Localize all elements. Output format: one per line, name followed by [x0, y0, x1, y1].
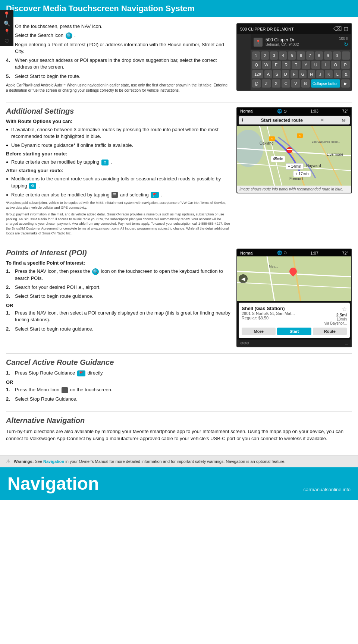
route-banner-label: Start selected route: [261, 118, 303, 123]
key-q[interactable]: Q: [252, 61, 261, 69]
stop-route-icon: 🚩: [77, 370, 85, 376]
key-9[interactable]: 9: [324, 51, 332, 60]
warning-label-text: Warnings: See Navigation in your Owner's…: [14, 459, 286, 464]
divider-1: [6, 102, 352, 102]
key-x[interactable]: X: [272, 79, 280, 88]
additional-heading: Additional Settings: [6, 107, 230, 116]
bullet-item-1: If available, choose between 3 alternati…: [6, 126, 230, 140]
key-u[interactable]: U: [311, 61, 320, 69]
poi-step-2-1: 1. Press the NAV icon, then select a POI…: [6, 310, 230, 323]
legal-text-2: Group payment information in the mail, a…: [6, 212, 230, 236]
navigation-link[interactable]: Navigation: [43, 459, 64, 464]
cancel-text: Cancel Active Route Guidance 1. Press St…: [6, 358, 230, 405]
divider-3: [6, 353, 352, 354]
key-dash[interactable]: -: [342, 51, 350, 60]
poi-more-button[interactable]: More: [242, 328, 276, 335]
section-poi: Points of Interest (POI) To find a speci…: [6, 249, 352, 347]
poi-card-right: ☆ 2.5mi 10min via Bayshor...: [324, 306, 347, 325]
key-h[interactable]: H: [308, 70, 315, 78]
key-o[interactable]: O: [331, 61, 340, 69]
key-2[interactable]: 2: [261, 51, 269, 60]
poi-menu-icon[interactable]: ☰: [345, 341, 348, 345]
cancel-step-2-2: 2. Select Stop Route Guidance.: [6, 396, 230, 402]
menu-icon: ☰: [112, 192, 118, 198]
poi-temp: 72°: [342, 251, 348, 255]
map-status: Normal: [240, 109, 253, 113]
or-separator-1: OR: [6, 303, 230, 308]
key-l[interactable]: L: [334, 70, 341, 78]
svg-text:Livermore: Livermore: [327, 152, 343, 157]
suggestion-area: 📍 500 Clipper Dr Belmont, CA, 94002 100 …: [251, 34, 351, 90]
key-6[interactable]: 6: [297, 51, 305, 60]
divider-2: [6, 244, 352, 244]
key-3[interactable]: 3: [270, 51, 278, 60]
key-r[interactable]: R: [282, 61, 291, 69]
basic-nav-steps: 1. On the touchscreen, press the NAV ico…: [6, 23, 230, 80]
key-g[interactable]: G: [299, 70, 307, 78]
time-badge-2: + 14min: [286, 163, 304, 170]
key-0[interactable]: 0: [333, 51, 341, 60]
after-route-heading: After starting your route:: [6, 168, 230, 173]
key-d[interactable]: D: [282, 70, 289, 78]
poi-search-icon: [92, 268, 99, 275]
kb-row-asdf: 12# A S D F G H J K L &: [252, 70, 350, 78]
poi-bottom-bar: ⊙⊙⊙ ☰: [237, 340, 351, 347]
map-caption: Image shows route info panel with recomm…: [237, 186, 351, 193]
cancel-steps-1: 1. Press Stop Route Guidance 🚩 directly.: [6, 370, 230, 376]
key-k[interactable]: K: [325, 70, 332, 78]
map-screenshot: Normal 🌐 ⊙ 1:03 72° ℹ Start selected rou…: [236, 107, 352, 238]
key-8[interactable]: 8: [315, 51, 323, 60]
key-1[interactable]: 1: [252, 51, 260, 60]
poi-star-icon[interactable]: ☆: [342, 306, 347, 313]
route-select-icon: 🚩: [151, 192, 159, 198]
kb-row-numbers: 1 2 3 4 5 6 7 8 9 0 -: [252, 51, 350, 60]
poi-route-button[interactable]: Route: [313, 328, 347, 335]
key-w[interactable]: W: [262, 61, 271, 69]
poi-text: Points of Interest (POI) To find a speci…: [6, 249, 230, 347]
key-7[interactable]: 7: [306, 51, 314, 60]
step-3: 3. Begin entering a Point of Interest (P…: [6, 41, 230, 55]
key-4[interactable]: 4: [279, 51, 287, 60]
route-options-subheading: With Route Options you can:: [6, 119, 230, 124]
key-c[interactable]: C: [282, 79, 290, 88]
key-12hash[interactable]: 12#: [252, 70, 263, 78]
key-s[interactable]: S: [273, 70, 280, 78]
route-banner-close[interactable]: ✕: [321, 118, 324, 123]
key-v[interactable]: V: [291, 79, 300, 88]
collapse-button[interactable]: Collapse button: [311, 79, 340, 88]
key-at[interactable]: @: [252, 79, 261, 88]
key-e[interactable]: E: [272, 61, 281, 69]
key-b[interactable]: B: [301, 79, 310, 88]
poi-step-2-2: 2. Select Start to begin route guidance.: [6, 326, 230, 332]
poi-steps-2: 1. Press the NAV icon, then select a POI…: [6, 310, 230, 332]
additional-text: Additional Settings With Route Options y…: [6, 107, 230, 238]
key-arrow[interactable]: ▶: [341, 79, 350, 88]
key-j[interactable]: J: [316, 70, 324, 78]
poi-heading: Points of Interest (POI): [6, 249, 230, 257]
avoid-icon: ⚙: [29, 183, 36, 189]
key-f[interactable]: F: [291, 70, 298, 78]
alternative-body: Turn-by-turn directions are also availab…: [6, 428, 352, 442]
suggestion-dist: 100 ft: [339, 37, 348, 41]
key-p[interactable]: P: [341, 61, 350, 69]
key-t[interactable]: T: [292, 61, 301, 69]
section-basic-nav: 1. On the touchscreen, press the NAV ico…: [6, 23, 352, 96]
key-amp[interactable]: &: [342, 70, 350, 78]
key-a[interactable]: A: [264, 70, 272, 78]
step-4: 4. When your search address or POI appea…: [6, 57, 230, 70]
key-y[interactable]: Y: [302, 61, 311, 69]
key-i[interactable]: I: [321, 61, 330, 69]
poi-start-button[interactable]: Start: [277, 328, 311, 335]
search-icon: [66, 32, 72, 39]
key-5[interactable]: 5: [288, 51, 296, 60]
svg-text:Hayward: Hayward: [306, 164, 321, 168]
keyboard-suggestion[interactable]: 📍 500 Clipper Dr Belmont, CA, 94002 100 …: [251, 34, 351, 50]
poi-steps-1: 1. Press the NAV icon, then press the ic…: [6, 268, 230, 300]
route-options-bullets: If available, choose between 3 alternati…: [6, 126, 230, 149]
key-z[interactable]: Z: [262, 79, 270, 88]
svg-text:Fremont: Fremont: [289, 177, 303, 181]
footer-nav-title: Navigation: [7, 473, 99, 494]
svg-text:Los Vaqueros Rese...: Los Vaqueros Rese...: [312, 140, 340, 143]
map-route-banner: ℹ Start selected route ✕ N↑: [239, 116, 350, 124]
map-left-arrow[interactable]: ◀: [239, 274, 248, 283]
